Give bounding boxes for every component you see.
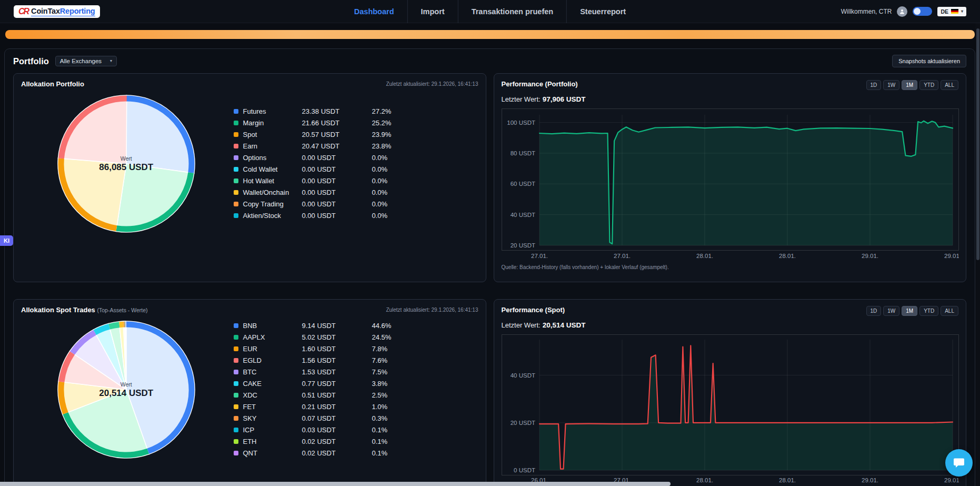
legend-item[interactable]: FET0.21 USDT1.0% xyxy=(234,401,478,412)
legend-item[interactable]: Margin21.66 USDT25.2% xyxy=(234,117,478,128)
legend-item[interactable]: Hot Wallet0.00 USDT0.0% xyxy=(234,175,478,186)
legend-item[interactable]: QNT0.02 USDT0.1% xyxy=(234,447,478,459)
panel-allocation-portfolio: Allokation Portfolio Zuletzt aktualisier… xyxy=(13,73,486,282)
german-flag-icon xyxy=(951,9,958,14)
range-1d-button[interactable]: 1D xyxy=(866,306,882,316)
range-ytd-button[interactable]: YTD xyxy=(919,80,938,90)
app-logo[interactable]: CR CoinTaxReporting xyxy=(14,5,100,18)
legend-value: 0.03 USDT xyxy=(302,426,372,434)
exchange-filter-select[interactable]: Alle Exchanges ▾ xyxy=(55,56,117,66)
toggle-knob xyxy=(914,8,921,15)
legend-item[interactable]: Aktien/Stock0.00 USDT0.0% xyxy=(234,210,478,221)
range-all-button[interactable]: ALL xyxy=(941,306,958,316)
legend-item[interactable]: EUR1.60 USDT7.8% xyxy=(234,343,478,354)
legend-item[interactable]: ETH0.02 USDT0.1% xyxy=(234,435,478,447)
accent-bar xyxy=(5,30,975,39)
legend-pct: 2.5% xyxy=(372,391,388,399)
nav-item-steuerreport[interactable]: Steuerreport xyxy=(566,0,639,23)
spot-performance-line-chart[interactable]: 40 USDT20 USDT0 USDT26.01.27.01.28.01.28… xyxy=(502,334,959,486)
legend-label: Futures xyxy=(243,107,302,115)
legend-swatch xyxy=(234,190,238,195)
dashboard-container: Portfolio Alle Exchanges ▾ Snapshots akt… xyxy=(4,48,975,486)
legend-swatch xyxy=(234,335,238,340)
logo-text: CoinTaxReporting xyxy=(31,7,95,16)
svg-text:27.01.: 27.01. xyxy=(531,253,548,259)
nav-item-import[interactable]: Import xyxy=(407,0,458,23)
legend-item[interactable]: Futures23.38 USDT27.2% xyxy=(234,105,478,117)
legend-swatch xyxy=(234,416,238,421)
horizontal-scrollbar-thumb[interactable] xyxy=(0,482,671,486)
portfolio-allocation-pie-chart[interactable] xyxy=(57,94,196,233)
legend-value: 0.00 USDT xyxy=(302,154,372,162)
legend-label: XDC xyxy=(243,391,302,399)
vertical-scrollbar[interactable] xyxy=(975,23,980,486)
range-1m-button[interactable]: 1M xyxy=(902,80,917,90)
legend-value: 0.00 USDT xyxy=(302,177,372,185)
vertical-scrollbar-thumb[interactable] xyxy=(976,28,979,260)
legend-item[interactable]: BNB9.14 USDT44.6% xyxy=(234,320,478,331)
language-select[interactable]: DE ▾ xyxy=(937,7,966,16)
legend-item[interactable]: AAPLX5.02 USDT24.5% xyxy=(234,331,478,343)
range-1w-button[interactable]: 1W xyxy=(883,80,899,90)
range-1m-button[interactable]: 1M xyxy=(902,306,917,316)
range-ytd-button[interactable]: YTD xyxy=(919,306,938,316)
legend-swatch xyxy=(234,178,238,183)
legend-value: 0.02 USDT xyxy=(302,438,372,445)
legend-item[interactable]: ICP0.03 USDT0.1% xyxy=(234,424,478,435)
legend-pct: 23.8% xyxy=(372,142,392,150)
legend-pct: 0.0% xyxy=(372,177,388,185)
legend-swatch xyxy=(234,346,238,351)
legend-label: ETH xyxy=(243,438,302,445)
legend-swatch xyxy=(234,155,238,160)
nav-item-transaktionen-pruefen[interactable]: Transaktionen pruefen xyxy=(458,0,567,23)
legend-item[interactable]: CAKE0.77 USDT3.8% xyxy=(234,378,478,389)
legend-pct: 7.8% xyxy=(372,345,388,353)
range-1w-button[interactable]: 1W xyxy=(883,306,899,316)
last-updated-text: Zuletzt aktualisiert: 29.1.2026, 16:41:1… xyxy=(386,81,478,87)
logo-text-primary: CoinTax xyxy=(31,7,60,15)
legend-item[interactable]: Options0.00 USDT0.0% xyxy=(234,152,478,163)
last-value: 20,514 USDT xyxy=(543,321,586,329)
legend-item[interactable]: EGLD1.56 USDT7.6% xyxy=(234,354,478,366)
legend-item[interactable]: Wallet/Onchain0.00 USDT0.0% xyxy=(234,186,478,198)
portfolio-performance-line-chart[interactable]: 100 USDT80 USDT60 USDT40 USDT20 USDT27.0… xyxy=(502,108,959,262)
main-nav: Dashboard Import Transaktionen pruefen S… xyxy=(341,0,639,23)
ki-badge[interactable]: KI xyxy=(0,235,13,246)
nav-item-dashboard[interactable]: Dashboard xyxy=(341,0,407,23)
range-all-button[interactable]: ALL xyxy=(941,80,958,90)
legend-item[interactable]: XDC0.51 USDT2.5% xyxy=(234,389,478,401)
spot-allocation-pie-chart[interactable] xyxy=(57,320,196,459)
snapshots-refresh-button[interactable]: Snapshots aktualisieren xyxy=(892,55,966,67)
range-1d-button[interactable]: 1D xyxy=(866,80,882,90)
svg-text:20 USDT: 20 USDT xyxy=(510,242,535,249)
last-value-row: Letzter Wert:97,906 USDT xyxy=(502,95,959,103)
legend-label: ICP xyxy=(243,426,302,434)
legend-item[interactable]: Earn20.47 USDT23.8% xyxy=(234,140,478,152)
welcome-text: Willkommen, CTR xyxy=(841,8,892,15)
legend-item[interactable]: BTC1.53 USDT7.5% xyxy=(234,366,478,378)
panel-allocation-spot: Allokation Spot Trades (Top-Assets - Wer… xyxy=(13,299,486,486)
svg-text:40 USDT: 40 USDT xyxy=(510,212,535,218)
legend-value: 0.00 USDT xyxy=(302,200,372,208)
top-navbar: CR CoinTaxReporting Dashboard Import Tra… xyxy=(0,0,980,23)
legend-label: EGLD xyxy=(243,356,302,364)
theme-toggle[interactable] xyxy=(913,7,932,16)
panel-title: Performance (Portfolio) xyxy=(502,80,578,88)
legend-pct: 0.1% xyxy=(372,426,388,434)
legend-item[interactable]: Spot20.57 USDT23.9% xyxy=(234,128,478,140)
legend-value: 1.53 USDT xyxy=(302,368,372,376)
legend-pct: 44.6% xyxy=(372,322,392,330)
source-note: Quelle: Backend-History (falls vorhanden… xyxy=(502,264,959,270)
legend-pct: 0.0% xyxy=(372,189,388,196)
legend-item[interactable]: SKY0.07 USDT0.3% xyxy=(234,412,478,424)
legend-item[interactable]: Copy Trading0.00 USDT0.0% xyxy=(234,198,478,210)
legend-swatch xyxy=(234,202,238,206)
user-avatar-icon[interactable] xyxy=(897,6,907,17)
panel-title: Allokation Portfolio xyxy=(21,80,84,88)
horizontal-scrollbar[interactable] xyxy=(0,482,975,486)
legend-pct: 0.0% xyxy=(372,154,388,162)
legend-item[interactable]: Cold Wallet0.00 USDT0.0% xyxy=(234,163,478,175)
legend-swatch xyxy=(234,132,238,137)
chat-button[interactable] xyxy=(945,449,973,477)
legend-label: Options xyxy=(243,154,302,162)
